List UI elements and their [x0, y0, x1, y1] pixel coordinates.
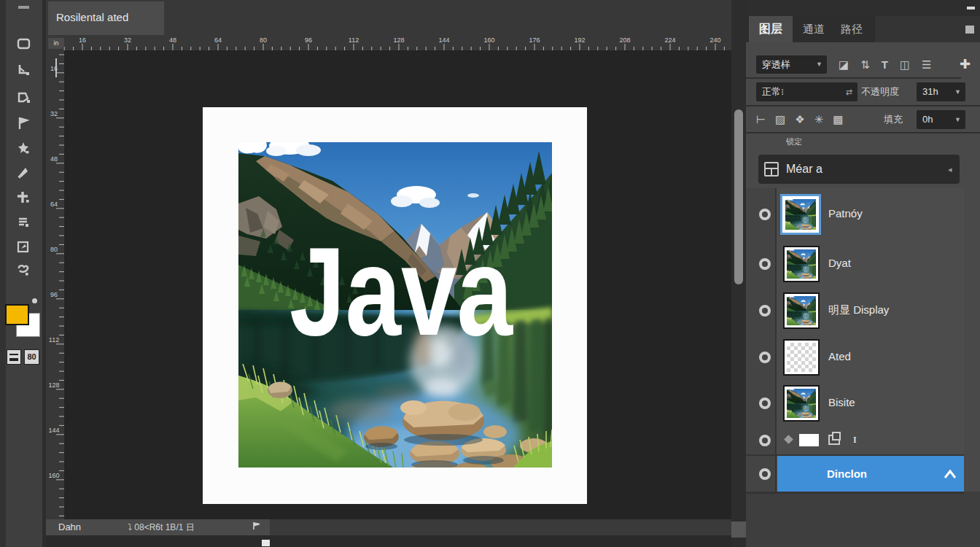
svg-text:80: 80 — [50, 246, 58, 253]
svg-text:96: 96 — [305, 36, 312, 44]
svg-text:48: 48 — [50, 155, 58, 163]
svg-text:160: 160 — [48, 472, 59, 479]
svg-text:112: 112 — [49, 336, 59, 344]
svg-text:128: 128 — [48, 381, 59, 389]
svg-text:128: 128 — [393, 36, 404, 44]
svg-text:160: 160 — [483, 36, 494, 44]
svg-text:112: 112 — [349, 36, 359, 44]
svg-text:48: 48 — [169, 36, 176, 44]
svg-text:224: 224 — [664, 36, 675, 44]
svg-text:144: 144 — [438, 36, 449, 44]
svg-text:64: 64 — [50, 201, 58, 208]
svg-text:144: 144 — [48, 427, 59, 434]
svg-text:208: 208 — [619, 36, 630, 44]
svg-text:16: 16 — [79, 36, 86, 44]
svg-text:96: 96 — [50, 291, 58, 298]
svg-text:240: 240 — [709, 36, 720, 44]
svg-text:80: 80 — [260, 36, 267, 44]
svg-text:32: 32 — [124, 36, 131, 44]
svg-text:64: 64 — [214, 36, 222, 44]
svg-text:32: 32 — [50, 110, 58, 117]
svg-text:192: 192 — [574, 36, 585, 44]
svg-text:176: 176 — [529, 36, 540, 44]
